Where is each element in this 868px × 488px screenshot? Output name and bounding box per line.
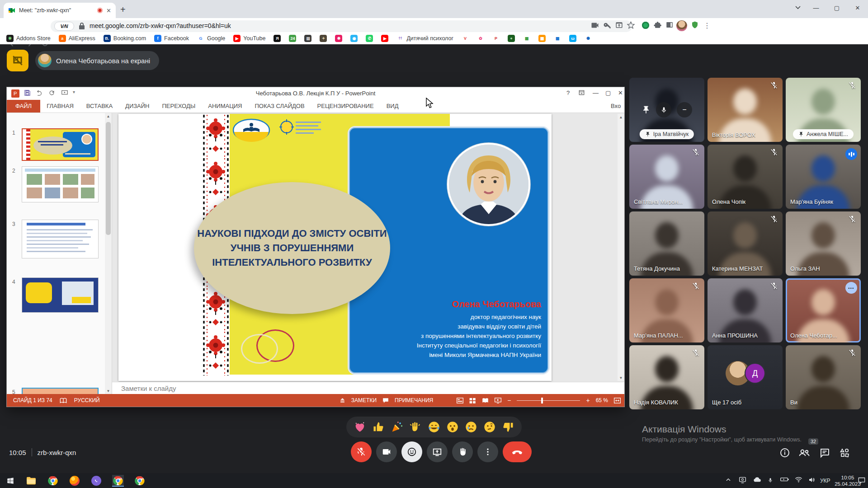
emoji-thinking[interactable] [483, 421, 496, 433]
firefox-taskbar-icon[interactable] [69, 475, 80, 487]
participant-tile[interactable]: Світлана Мирон... [629, 145, 704, 209]
reading-view-icon[interactable] [482, 398, 489, 404]
ribbon-tab-анимация[interactable]: АНИМАЦИЯ [202, 100, 248, 113]
scroll-up-icon[interactable]: ▲ [618, 114, 624, 120]
bookmark-item[interactable]: ▩ [554, 35, 561, 42]
tray-monitor-icon[interactable] [739, 477, 746, 483]
bookmark-item[interactable]: Я [274, 35, 281, 42]
lock-icon[interactable] [79, 22, 85, 30]
ppt-minimize-button[interactable]: — [593, 89, 599, 96]
notes-pane[interactable]: Заметки к слайду [112, 382, 624, 394]
tile-remove-icon[interactable]: − [677, 102, 692, 117]
emoji-party[interactable] [391, 421, 403, 433]
tray-onedrive-icon[interactable] [753, 477, 761, 483]
slideshow-view-icon[interactable] [495, 398, 501, 404]
ppt-restore-button[interactable]: ▢ [605, 89, 611, 96]
zoom-out-icon[interactable]: − [507, 397, 511, 404]
slide-sorter-view-icon[interactable] [469, 398, 476, 404]
fit-to-window-icon[interactable] [614, 398, 621, 404]
emoji-joy[interactable] [428, 421, 440, 433]
chrome-taskbar-icon[interactable] [47, 475, 59, 487]
bookmark-item[interactable]: ⚉ [585, 35, 592, 42]
slide-canvas[interactable]: НАУКОВІ ПІДХОДИ ДО ЗМІСТУ ОСВІТИУЧНІВ З … [118, 114, 552, 381]
zoom-slider-thumb[interactable] [541, 398, 543, 404]
bookmark-item[interactable]: ✦ [320, 35, 327, 42]
bookmark-item[interactable]: fFacebook [154, 35, 189, 42]
profile-avatar[interactable] [676, 20, 687, 31]
ribbon-tab-переходы[interactable]: ПЕРЕХОДЫ [156, 100, 202, 113]
bookmark-item[interactable]: 24 [289, 35, 296, 42]
tray-microphone-icon[interactable] [768, 477, 773, 484]
zoom-in-icon[interactable]: + [586, 397, 590, 404]
ribbon-tab-дизайн[interactable]: ДИЗАЙН [119, 100, 156, 113]
browser-close-button[interactable]: ✕ [847, 0, 868, 15]
notes-toggle[interactable]: ЗАМЕТКИ [351, 397, 377, 404]
bookmark-item[interactable]: ϯϯДитячий психолог [396, 35, 453, 42]
bookmark-item[interactable]: ✿ [477, 35, 484, 42]
bookmark-item[interactable]: ◉ [350, 35, 358, 42]
participant-tile[interactable]: Олена Чеботар...⋯ [786, 278, 861, 343]
tile-mic-icon[interactable] [656, 102, 671, 117]
emoji-clap[interactable] [409, 421, 422, 433]
install-icon[interactable] [615, 21, 623, 29]
file-explorer-icon[interactable] [25, 475, 37, 487]
emoji-thumbs-up[interactable] [372, 421, 385, 433]
tray-chevron-icon[interactable] [725, 477, 731, 483]
scroll-down-icon[interactable]: ▼ [105, 388, 112, 394]
emoji-thumbs-down[interactable] [502, 421, 514, 433]
ppt-help-icon[interactable]: ? [566, 89, 570, 96]
emoji-surprised[interactable] [446, 421, 459, 433]
thumbnail-scrollbar[interactable]: ▲ ▼ [105, 113, 112, 394]
pin-icon[interactable] [642, 105, 651, 114]
tile-menu-icon[interactable]: ⋯ [845, 282, 857, 294]
scrollbar-thumb[interactable] [106, 122, 111, 235]
vpn-extension-badge[interactable]: V∕N [54, 22, 74, 31]
spellcheck-book-icon[interactable] [60, 398, 67, 404]
browser-tab[interactable]: Meet: "zrb-xwkr-qxn" ✕ [4, 3, 116, 18]
bookmark-item[interactable]: ✱Addons Store [6, 35, 51, 42]
participant-tile[interactable]: ДЩе 17 осіб [708, 345, 783, 409]
bookmark-item[interactable]: ✆ [366, 35, 373, 42]
language-indicator[interactable]: РУССКИЙ [74, 397, 100, 404]
browser-minimize-button[interactable]: — [806, 0, 826, 15]
bookmark-item[interactable]: P [492, 35, 500, 42]
emoji-cry[interactable] [465, 421, 477, 433]
end-call-button[interactable] [503, 441, 532, 462]
bookmark-item[interactable]: V [462, 35, 469, 42]
slide-thumbnail-2[interactable] [22, 166, 99, 202]
key-icon[interactable] [603, 21, 612, 29]
chrome-active-taskbar-icon[interactable] [112, 475, 124, 487]
keyboard-language[interactable]: УКР [820, 478, 830, 484]
camera-in-use-icon[interactable] [590, 21, 599, 30]
scroll-down-icon[interactable]: ▼ [618, 375, 624, 381]
chrome-profile2-taskbar-icon[interactable] [134, 475, 146, 487]
zoom-slider[interactable] [517, 400, 580, 401]
browser-maximize-button[interactable]: ▢ [826, 0, 847, 15]
ppt-close-button[interactable]: ✕ [618, 89, 623, 96]
tray-volume-icon[interactable] [808, 477, 816, 483]
ribbon-tab-главная[interactable]: ГЛАВНАЯ [40, 100, 80, 113]
bookmark-item[interactable]: ❋ [335, 35, 342, 42]
bookmark-item[interactable]: ω [569, 35, 576, 42]
comments-icon[interactable] [382, 398, 389, 404]
browser-menu-icon[interactable]: ⋮ [703, 21, 711, 30]
bookmark-item[interactable]: B.Booking.com [104, 35, 146, 42]
presentation-chip[interactable] [7, 50, 28, 71]
shield-extension-icon[interactable] [691, 21, 699, 29]
reactions-button[interactable] [401, 441, 422, 462]
participant-tile[interactable]: Анна ПРОШИНА [708, 278, 783, 343]
bookmark-item[interactable]: ▦ [523, 35, 530, 42]
participant-tile[interactable]: Вікторія ВОРОХ [708, 78, 783, 142]
tray-battery-icon[interactable] [780, 477, 789, 482]
raise-hand-button[interactable] [452, 441, 473, 462]
activities-icon[interactable] [839, 447, 850, 458]
participant-tile[interactable]: Анжела МІШЕ... [786, 78, 861, 142]
notes-toggle-icon[interactable] [340, 398, 345, 403]
participant-tile[interactable]: Тетяна Докучина [629, 211, 704, 276]
ribbon-tab-file[interactable]: ФАЙЛ [7, 100, 40, 113]
normal-view-icon[interactable] [457, 398, 463, 404]
chat-icon[interactable] [819, 447, 830, 458]
new-tab-button[interactable]: + [120, 5, 126, 14]
side-panel-icon[interactable] [665, 21, 674, 29]
participant-tile[interactable]: Катерина МЕНЗАТ [708, 211, 783, 276]
